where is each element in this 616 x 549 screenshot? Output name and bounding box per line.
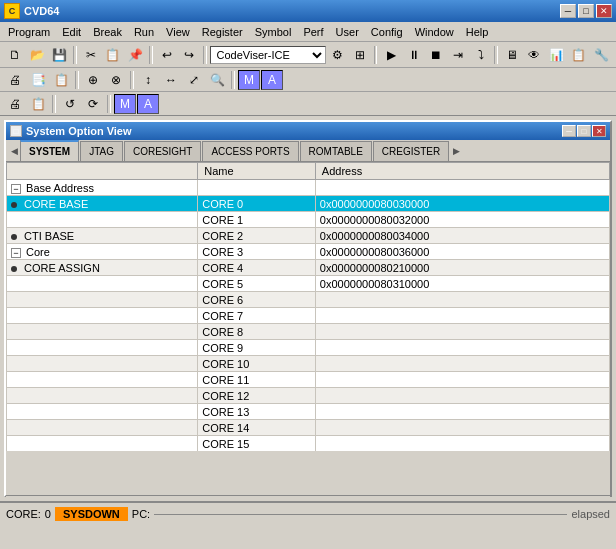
t2-btn2[interactable]: 📑 bbox=[27, 70, 49, 90]
nc10: CORE 10 bbox=[198, 356, 316, 372]
open-btn[interactable]: 📂 bbox=[26, 45, 47, 65]
tab-romtable[interactable]: ROMTABLE bbox=[300, 141, 372, 161]
tab-system[interactable]: SYSTEM bbox=[20, 140, 79, 161]
t3-btn6[interactable]: A bbox=[137, 94, 159, 114]
inner-maximize-btn[interactable]: □ bbox=[577, 125, 591, 137]
t2-btn10[interactable]: M bbox=[238, 70, 260, 90]
tree-cell-core-assign[interactable]: CORE ASSIGN bbox=[7, 260, 198, 276]
tc13 bbox=[7, 404, 198, 420]
combo-btn2[interactable]: ⊞ bbox=[349, 45, 370, 65]
tree-cell[interactable]: − Base Address bbox=[7, 180, 198, 196]
extra-btn[interactable]: 🔧 bbox=[591, 45, 612, 65]
t2-btn3[interactable]: 📋 bbox=[50, 70, 72, 90]
t2-btn8[interactable]: ⤢ bbox=[183, 70, 205, 90]
menu-perf[interactable]: Perf bbox=[297, 24, 329, 40]
t2-btn6[interactable]: ↕ bbox=[137, 70, 159, 90]
tc7 bbox=[7, 308, 198, 324]
ac11 bbox=[315, 372, 609, 388]
table-row: − Base Address bbox=[7, 180, 610, 196]
expand-icon[interactable]: − bbox=[11, 184, 21, 194]
expand-icon-2[interactable]: − bbox=[11, 248, 21, 258]
t3-btn5[interactable]: M bbox=[114, 94, 136, 114]
menu-edit[interactable]: Edit bbox=[56, 24, 87, 40]
inner-window-controls: ─ □ ✕ bbox=[562, 125, 606, 137]
address-cell-core3: 0x0000000080036000 bbox=[315, 244, 609, 260]
run-btn[interactable]: ▶ bbox=[380, 45, 401, 65]
ac10 bbox=[315, 356, 609, 372]
pause-btn[interactable]: ⏸ bbox=[403, 45, 424, 65]
menu-user[interactable]: User bbox=[330, 24, 365, 40]
menu-break[interactable]: Break bbox=[87, 24, 128, 40]
maximize-button[interactable]: □ bbox=[578, 4, 594, 18]
menu-help[interactable]: Help bbox=[460, 24, 495, 40]
step-btn[interactable]: ⇥ bbox=[448, 45, 469, 65]
inner-close-btn[interactable]: ✕ bbox=[592, 125, 606, 137]
table-row-core-assign: CORE ASSIGN CORE 4 0x0000000080210000 bbox=[7, 260, 610, 276]
tab-cregister[interactable]: CREGISTER bbox=[373, 141, 449, 161]
device-combo[interactable]: CodeViser-ICE bbox=[210, 46, 326, 64]
t3-btn2[interactable]: 📋 bbox=[27, 94, 49, 114]
name-cell bbox=[198, 180, 316, 196]
table-container[interactable]: Name Address − Base Address bbox=[6, 162, 610, 451]
menu-run[interactable]: Run bbox=[128, 24, 160, 40]
tree-cell-core-group[interactable]: − Core bbox=[7, 244, 198, 260]
table-row-core7: CORE 7 bbox=[7, 308, 610, 324]
stop-btn[interactable]: ⏹ bbox=[425, 45, 446, 65]
minimize-button[interactable]: ─ bbox=[560, 4, 576, 18]
copy-btn[interactable]: 📋 bbox=[102, 45, 123, 65]
nc11: CORE 11 bbox=[198, 372, 316, 388]
new-btn[interactable]: 🗋 bbox=[4, 45, 25, 65]
menu-config[interactable]: Config bbox=[365, 24, 409, 40]
app-icon: C bbox=[4, 3, 20, 19]
monitor-btn[interactable]: 🖥 bbox=[501, 45, 522, 65]
table-row-core8: CORE 8 bbox=[7, 324, 610, 340]
tree-cell-core-base[interactable]: CORE BASE bbox=[7, 196, 198, 212]
table-row-core-base[interactable]: CORE BASE CORE 0 0x0000000080030000 bbox=[7, 196, 610, 212]
bullet-icon-2 bbox=[11, 234, 17, 240]
tab-jtag[interactable]: JTAG bbox=[80, 141, 123, 161]
t3-btn4[interactable]: ⟳ bbox=[82, 94, 104, 114]
watch-btn[interactable]: 👁 bbox=[523, 45, 544, 65]
paste-btn[interactable]: 📌 bbox=[125, 45, 146, 65]
address-cell-core0: 0x0000000080030000 bbox=[315, 196, 609, 212]
col-header-address: Address bbox=[315, 163, 609, 180]
tab-access-ports[interactable]: ACCESS PORTS bbox=[202, 141, 298, 161]
menu-program[interactable]: Program bbox=[2, 24, 56, 40]
menu-view[interactable]: View bbox=[160, 24, 196, 40]
undo-btn[interactable]: ↩ bbox=[156, 45, 177, 65]
t2-btn7[interactable]: ↔ bbox=[160, 70, 182, 90]
tab-scroll-left[interactable]: ◀ bbox=[8, 141, 20, 161]
redo-btn[interactable]: ↪ bbox=[178, 45, 199, 65]
t2-btn11[interactable]: A bbox=[261, 70, 283, 90]
menu-symbol[interactable]: Symbol bbox=[249, 24, 298, 40]
table-row-core-base-1: CORE 1 0x0000000080032000 bbox=[7, 212, 610, 228]
nc7: CORE 7 bbox=[198, 308, 316, 324]
tc8 bbox=[7, 324, 198, 340]
table-row-core6: CORE 6 bbox=[7, 292, 610, 308]
ac14 bbox=[315, 420, 609, 436]
t2-btn9[interactable]: 🔍 bbox=[206, 70, 228, 90]
address-cell-core1: 0x0000000080032000 bbox=[315, 212, 609, 228]
close-button[interactable]: ✕ bbox=[596, 4, 612, 18]
tab-coresight[interactable]: CORESIGHT bbox=[124, 141, 201, 161]
step2-btn[interactable]: ⤵ bbox=[470, 45, 491, 65]
save-btn[interactable]: 💾 bbox=[49, 45, 70, 65]
menu-register[interactable]: Register bbox=[196, 24, 249, 40]
cut-btn[interactable]: ✂ bbox=[80, 45, 101, 65]
combo-btn1[interactable]: ⚙ bbox=[327, 45, 348, 65]
title-bar: C CVD64 ─ □ ✕ bbox=[0, 0, 616, 22]
table-row-core9: CORE 9 bbox=[7, 340, 610, 356]
menu-window[interactable]: Window bbox=[409, 24, 460, 40]
tab-scroll-right[interactable]: ▶ bbox=[450, 141, 462, 161]
core-value: 0 bbox=[45, 508, 51, 520]
reg-btn[interactable]: 📋 bbox=[568, 45, 589, 65]
name-cell-core5: CORE 5 bbox=[198, 276, 316, 292]
t3-btn1[interactable]: 🖨 bbox=[4, 94, 26, 114]
mem-btn[interactable]: 📊 bbox=[546, 45, 567, 65]
t2-btn1[interactable]: 🖨 bbox=[4, 70, 26, 90]
t2-btn4[interactable]: ⊕ bbox=[82, 70, 104, 90]
t3-btn3[interactable]: ↺ bbox=[59, 94, 81, 114]
inner-minimize-btn[interactable]: ─ bbox=[562, 125, 576, 137]
t2-btn5[interactable]: ⊗ bbox=[105, 70, 127, 90]
tree-cell-cti-base[interactable]: CTI BASE bbox=[7, 228, 198, 244]
